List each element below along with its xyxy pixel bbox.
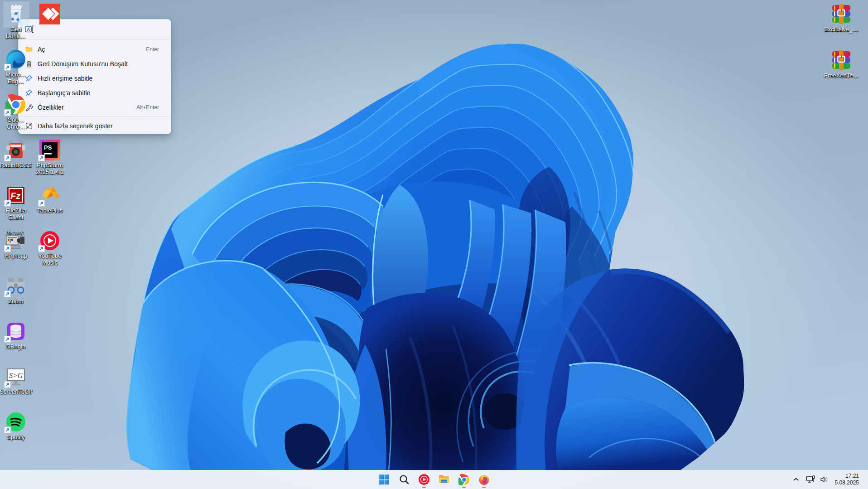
svg-text:S>G: S>G <box>9 372 23 379</box>
svg-text:PS: PS <box>44 144 52 151</box>
svg-text:Microsoft: Microsoft <box>6 231 24 236</box>
svg-text:Fz: Fz <box>10 191 20 201</box>
